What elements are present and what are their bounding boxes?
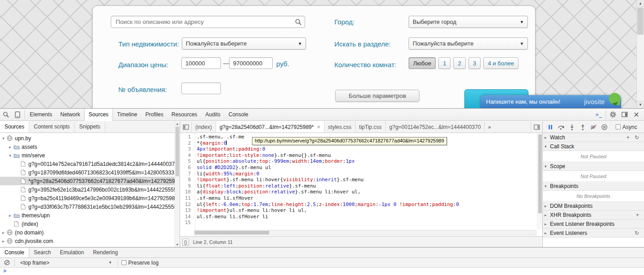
tree-item-folder[interactable]: ▸assets bbox=[0, 142, 180, 151]
close-tab-icon[interactable]: × bbox=[317, 124, 320, 130]
section-header-xhr-breakpoints[interactable]: ▸XHR Breakpoints+ bbox=[543, 211, 644, 220]
section-select[interactable]: Пожалуйста выберите ▼ bbox=[409, 37, 528, 50]
scroll-up-icon[interactable]: ▲ bbox=[637, 0, 644, 7]
tree-item-file[interactable]: g?g=d33f063c7b77788631e1e5bc10eb2993&lm=… bbox=[0, 202, 180, 211]
code-editor[interactable]: 123456789101112131415 .sf-menu, .sf-me*{… bbox=[180, 133, 542, 236]
expander-icon[interactable]: ▸ bbox=[1, 239, 6, 243]
code-line[interactable]: ul{position:absolute;top:-999em;width:14… bbox=[197, 158, 536, 165]
devtools-tab-network[interactable]: Network bbox=[56, 109, 84, 121]
tree-item-folder[interactable]: ▸themes/upn bbox=[0, 211, 180, 220]
price-min-input[interactable] bbox=[181, 57, 221, 69]
section-header-event-listeners[interactable]: ▸Event Listeners↻ bbox=[543, 229, 644, 238]
toggle-debugger-sidebar-icon[interactable] bbox=[531, 121, 542, 133]
tree-item-file[interactable]: (index) bbox=[0, 220, 180, 228]
tree-item-file[interactable]: g?g=00114e752eca791671d5a1dedc3814c2&lm=… bbox=[0, 160, 180, 168]
step-into-icon[interactable] bbox=[567, 122, 577, 133]
section-header-call-stack[interactable]: ▾Call Stack bbox=[543, 142, 644, 151]
settings-gear-icon[interactable] bbox=[607, 109, 619, 120]
deactivate-breakpoints-icon[interactable] bbox=[588, 122, 599, 133]
tabs-overflow-button[interactable]: » bbox=[485, 121, 494, 133]
section-header-scope[interactable]: ▾Scope bbox=[543, 162, 644, 171]
expander-icon[interactable]: ▸ bbox=[1, 230, 6, 235]
scroll-down-icon[interactable]: ▼ bbox=[175, 242, 180, 247]
devtools-tab-timeline[interactable]: Timeline bbox=[113, 109, 141, 121]
tree-item-domain[interactable]: ▾upn.by bbox=[0, 134, 180, 142]
code-line[interactable]: ul{left:-6.0em;top:1.7em;line-height:2.5… bbox=[197, 202, 536, 208]
navigator-tab-content-scripts[interactable]: Content scripts bbox=[29, 121, 75, 133]
editor-tab-0[interactable]: (index) bbox=[192, 121, 216, 133]
code-line[interactable] bbox=[197, 220, 536, 226]
navigator-tab-snippets[interactable]: Snippets bbox=[75, 121, 105, 133]
chat-widget[interactable]: Напишите нам, мы онлайн! jivosite bbox=[481, 95, 621, 108]
tree-item-file[interactable]: *g?g=28a25406d077537662c471827677ad40&lm… bbox=[0, 177, 180, 185]
editor-tab-1[interactable]: g?g=28a25406d07...&lm=1427925989*× bbox=[216, 121, 324, 133]
editor-horizontal-scrollbar[interactable] bbox=[194, 230, 536, 235]
expander-icon[interactable]: ▸ bbox=[8, 145, 13, 149]
devtools-tab-console[interactable]: Console bbox=[225, 109, 252, 121]
preserve-log-checkbox[interactable] bbox=[122, 260, 126, 265]
code-line[interactable]: ul.sf-menu li.sfHover li bbox=[197, 214, 536, 220]
devtools-tab-elements[interactable]: Elements bbox=[26, 109, 56, 121]
section-header-watch[interactable]: ▸Watch+↻ bbox=[543, 133, 644, 142]
expander-icon[interactable]: ▾ bbox=[1, 136, 6, 141]
expander-icon[interactable]: ▾ bbox=[8, 153, 13, 158]
tree-item-file[interactable]: g?g=187099d6fded46071306823c41939ff5&lm=… bbox=[0, 168, 180, 177]
code-line[interactable]: solid #D2D2D2}.sf-menu ul bbox=[197, 165, 536, 171]
devtools-tab-sources[interactable]: Sources bbox=[84, 109, 113, 121]
rooms-option-3[interactable]: 3 bbox=[468, 57, 481, 69]
section-header-breakpoints[interactable]: ▾Breakpoints bbox=[543, 182, 644, 191]
add-icon[interactable]: + bbox=[626, 134, 630, 141]
code-line[interactable]: !important;list-style:none}.sf-menu{}.sf… bbox=[197, 152, 536, 159]
async-checkbox-group[interactable]: Async bbox=[616, 124, 637, 130]
section-header-dom-breakpoints[interactable]: ▸DOM Breakpoints bbox=[543, 202, 644, 211]
rooms-option-0[interactable]: Любое bbox=[409, 57, 436, 69]
rooms-option-4[interactable]: 4 и более bbox=[483, 57, 518, 69]
refresh-icon[interactable]: ↻ bbox=[635, 134, 639, 141]
tree-item-domain[interactable]: ▸(no domain) bbox=[0, 228, 180, 237]
drawer-tab-emulation[interactable]: Emulation bbox=[55, 248, 88, 257]
console-output[interactable]: > bbox=[0, 268, 644, 275]
section-header-event-listener-breakpoints[interactable]: ▸Event Listener Breakpoints bbox=[543, 220, 644, 229]
page-scrollbar[interactable]: ▲ ▼ bbox=[636, 0, 644, 108]
devtools-tab-audits[interactable]: Audits bbox=[201, 109, 224, 121]
scrollbar-thumb[interactable] bbox=[538, 134, 542, 213]
code-line[interactable]: !important}ul.sf-menu li:hover li ul, bbox=[197, 207, 536, 214]
devtools-tab-resources[interactable]: Resources bbox=[167, 109, 201, 121]
async-checkbox[interactable] bbox=[616, 124, 621, 129]
dock-side-icon[interactable] bbox=[619, 109, 630, 120]
code-line[interactable]: 4px!important;padding:0 bbox=[197, 146, 536, 152]
close-devtools-icon[interactable]: ✕ bbox=[630, 109, 642, 120]
tree-item-domain[interactable]: ▸cdn.jivosite.com bbox=[0, 237, 180, 245]
rooms-option-1[interactable]: 1 bbox=[438, 57, 450, 69]
drawer-tab-rendering[interactable]: Rendering bbox=[88, 248, 122, 257]
listing-number-input[interactable] bbox=[181, 82, 221, 94]
tree-item-folder[interactable]: ▾min/serve bbox=[0, 151, 180, 160]
price-max-input[interactable] bbox=[229, 57, 273, 69]
device-mode-icon[interactable] bbox=[12, 109, 23, 120]
add-icon[interactable]: + bbox=[636, 212, 639, 218]
toggle-console-drawer-icon[interactable]: >_ bbox=[593, 109, 605, 120]
toggle-navigator-icon[interactable] bbox=[180, 121, 192, 133]
frame-context-select[interactable]: <top frame> ▼ bbox=[18, 260, 114, 266]
scroll-down-icon[interactable]: ▼ bbox=[637, 101, 644, 108]
code-line[interactable]: li{width:95%;margin:0 bbox=[197, 171, 536, 177]
scrollbar-thumb[interactable] bbox=[637, 8, 644, 35]
city-select[interactable]: Выберите город ▼ bbox=[409, 16, 528, 28]
clear-console-icon[interactable] bbox=[3, 259, 11, 267]
tree-item-file[interactable]: g?g=3952fe62e1c3ba2147996bc002c1b93b&lm=… bbox=[0, 185, 180, 194]
code-line[interactable]: a{display:block;position:relative}.sf-me… bbox=[197, 189, 536, 195]
property-type-select[interactable]: Пожалуйста выберите ▼ bbox=[182, 37, 306, 50]
rooms-option-2[interactable]: 2 bbox=[453, 57, 465, 69]
editor-tab-3[interactable]: tipTip.css bbox=[356, 121, 386, 133]
search-input[interactable] bbox=[111, 16, 305, 28]
code-line[interactable]: !important}.sf-menu li:hover{visibility:… bbox=[197, 177, 536, 183]
step-out-icon[interactable] bbox=[577, 122, 588, 133]
more-params-button[interactable]: Больше параметров bbox=[335, 90, 419, 102]
pause-script-icon[interactable] bbox=[545, 122, 556, 133]
scroll-up-icon[interactable]: ▲ bbox=[175, 121, 180, 126]
drawer-tab-console[interactable]: Console bbox=[0, 248, 29, 257]
code-line[interactable]: li{float:left;position:relative}.sf-menu bbox=[197, 183, 536, 189]
navigator-tab-sources[interactable]: Sources bbox=[0, 121, 29, 133]
step-over-icon[interactable] bbox=[556, 122, 567, 133]
code-line[interactable]: .sf-menu li.sfHover bbox=[197, 195, 536, 202]
